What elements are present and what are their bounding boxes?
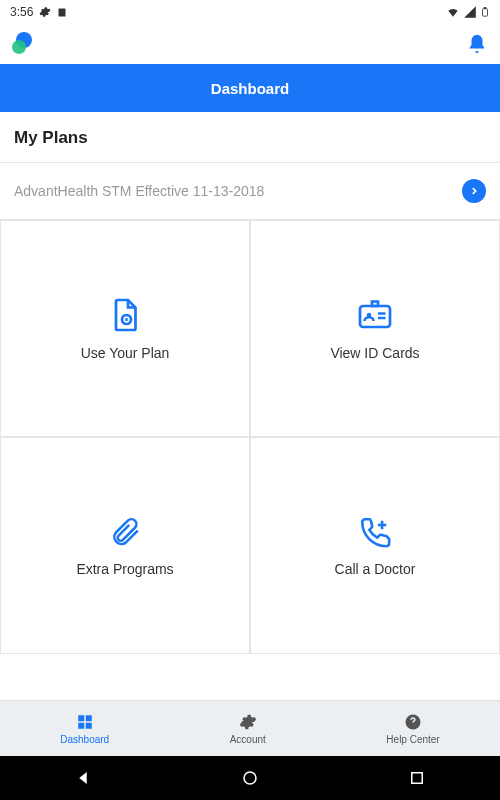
home-button[interactable] — [241, 769, 259, 787]
signal-icon — [463, 5, 477, 19]
nav-label: Account — [230, 734, 266, 745]
svg-rect-8 — [78, 722, 84, 728]
tile-grid: Use Your Plan View ID Cards Extra Progra… — [0, 220, 500, 654]
status-time: 3:56 — [10, 5, 33, 19]
bottom-nav: Dashboard Account Help Center — [0, 700, 500, 756]
status-bar: 3:56 — [0, 0, 500, 24]
gear-icon — [39, 6, 51, 18]
svg-rect-9 — [85, 722, 91, 728]
extra-programs-tile[interactable]: Extra Programs — [0, 437, 250, 654]
page-title-bar: Dashboard — [0, 64, 500, 112]
svg-rect-6 — [78, 715, 84, 721]
id-card-icon — [355, 297, 395, 333]
view-id-cards-tile[interactable]: View ID Cards — [250, 220, 500, 437]
tile-label: Extra Programs — [76, 561, 173, 577]
phone-plus-icon — [358, 515, 392, 549]
plan-name: AdvantHealth STM Effective 11-13-2018 — [14, 183, 264, 199]
back-button[interactable] — [74, 769, 92, 787]
recents-button[interactable] — [408, 769, 426, 787]
chevron-right-icon[interactable] — [462, 179, 486, 203]
tile-label: Call a Doctor — [335, 561, 416, 577]
svg-rect-2 — [484, 7, 486, 8]
nav-account[interactable]: Account — [230, 713, 266, 745]
tile-label: View ID Cards — [330, 345, 419, 361]
wifi-icon — [446, 5, 460, 19]
nav-label: Dashboard — [60, 734, 109, 745]
app-header — [0, 24, 500, 64]
call-a-doctor-tile[interactable]: Call a Doctor — [250, 437, 500, 654]
svg-rect-7 — [85, 715, 91, 721]
system-nav-bar — [0, 756, 500, 800]
bell-icon[interactable] — [466, 33, 488, 55]
question-circle-icon — [404, 713, 422, 731]
nav-dashboard[interactable]: Dashboard — [60, 713, 109, 745]
svg-rect-4 — [360, 306, 390, 327]
page-title: Dashboard — [211, 80, 289, 97]
document-info-icon — [107, 297, 143, 333]
battery-icon — [480, 5, 490, 19]
svg-point-11 — [244, 772, 256, 784]
svg-rect-12 — [411, 773, 422, 784]
use-your-plan-tile[interactable]: Use Your Plan — [0, 220, 250, 437]
app-logo-icon — [12, 32, 36, 56]
plan-row[interactable]: AdvantHealth STM Effective 11-13-2018 — [0, 163, 500, 220]
paperclip-icon — [108, 515, 142, 549]
svg-rect-0 — [59, 9, 66, 17]
svg-rect-1 — [483, 9, 488, 17]
nav-label: Help Center — [386, 734, 439, 745]
gear-icon — [239, 713, 257, 731]
section-title: My Plans — [0, 112, 500, 163]
grid-icon — [76, 713, 94, 731]
tile-label: Use Your Plan — [81, 345, 170, 361]
card-icon — [57, 6, 69, 18]
nav-help-center[interactable]: Help Center — [386, 713, 439, 745]
